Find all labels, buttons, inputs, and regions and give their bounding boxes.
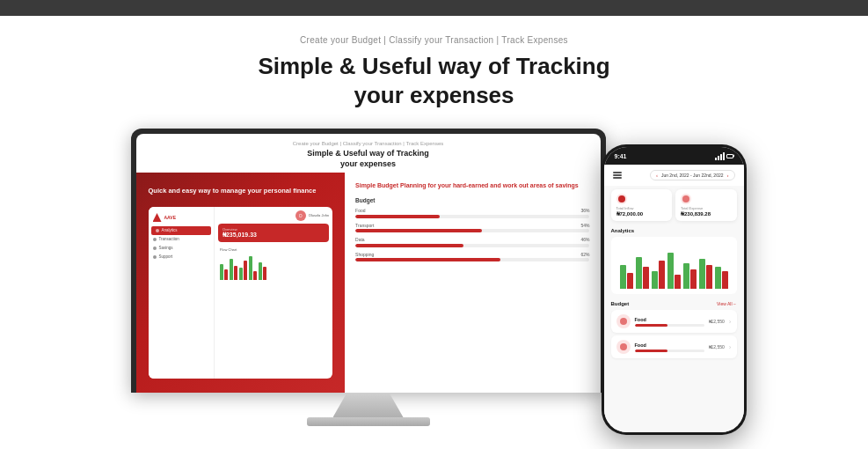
phone-budget-title: Budget xyxy=(611,301,630,306)
app-mockup: AAVE Analytics Transaction xyxy=(149,207,333,379)
sidebar-item-analytics[interactable]: Analytics xyxy=(151,226,211,235)
sidebar-item-transaction[interactable]: Transaction xyxy=(149,235,214,244)
expense-amount: ₦230,839.28 xyxy=(681,210,732,217)
phone-balance-card-expense: Total Expense ₦230,839.28 xyxy=(675,189,737,221)
phone-bar-income-6 xyxy=(699,259,705,289)
monitor-screen: Create your Budget | Classify your Trans… xyxy=(136,134,601,393)
app-sidebar: AAVE Analytics Transaction xyxy=(149,207,215,379)
monitor-inner-title: Simple & Useful way of Trackingyour expe… xyxy=(147,149,590,169)
monitor-inner-breadcrumb: Create your Budget | Classify your Trans… xyxy=(147,141,590,146)
budget-item-food: Food 36% xyxy=(355,208,589,218)
phone-bar-expense-6 xyxy=(706,265,712,289)
app-main: O Olusola John Overview ₦235,019.33 xyxy=(215,207,332,379)
budget-bar-fill-food xyxy=(355,215,440,218)
budget-item-transport: Transport 54% xyxy=(355,223,589,233)
budget-item-row-transport: Transport 54% xyxy=(355,223,589,228)
budget-section: Budget Food 36% xyxy=(355,197,589,261)
phone-date-nav[interactable]: ‹ Jun 2nd, 2022 - Jun 22nd, 2022 › xyxy=(650,170,735,180)
phone-bars xyxy=(616,249,732,289)
page-wrapper: Create your Budget | Classify your Trans… xyxy=(0,0,868,449)
sidebar-item-savings[interactable]: Savings xyxy=(149,244,214,253)
phone-date-text: Jun 2nd, 2022 - Jun 22nd, 2022 xyxy=(661,173,724,178)
phone-budget-item-2[interactable]: Food ₦12,550 › xyxy=(611,335,737,358)
phone-content: ‹ Jun 2nd, 2022 - Jun 22nd, 2022 › xyxy=(604,165,744,432)
budget-chevron-right-1: › xyxy=(729,318,732,326)
balance-amount: ₦235,019.33 xyxy=(222,232,325,239)
chevron-left-icon[interactable]: ‹ xyxy=(656,173,658,178)
menu-line-1 xyxy=(613,172,622,173)
expense-icon xyxy=(681,194,691,204)
budget-bar-fill-shopping xyxy=(355,258,500,261)
phone-screen: 9:41 xyxy=(604,147,744,432)
chart-section: Flow Chart xyxy=(218,246,329,282)
phone-menu-icon[interactable] xyxy=(613,172,622,179)
phone-battery-icon xyxy=(726,154,733,158)
bar-income-2 xyxy=(230,259,233,280)
budget-item-row-shopping: Shopping 62% xyxy=(355,252,589,257)
monitor-screen-border: Create your Budget | Classify your Trans… xyxy=(131,129,606,393)
support-dot xyxy=(153,255,157,259)
bar-group-4 xyxy=(249,256,257,280)
mini-bars xyxy=(220,254,327,280)
budget-item-data: Data 46% xyxy=(355,237,589,247)
phone-bar-expense-7 xyxy=(722,271,728,289)
budget-amount-1: ₦12,550 xyxy=(709,319,725,324)
bar-expense-1 xyxy=(224,269,228,280)
phone: 9:41 xyxy=(602,144,747,435)
user-info: Olusola John xyxy=(309,213,329,217)
phone-budget-item-1[interactable]: Food ₦12,550 › xyxy=(611,310,737,333)
phone-bar-group-3 xyxy=(652,261,665,289)
budget-progress-2 xyxy=(635,350,704,352)
phone-status xyxy=(715,152,733,160)
phone-bar-income-2 xyxy=(636,257,642,289)
phone-outer: 9:41 xyxy=(602,144,747,435)
phone-signal-icon xyxy=(715,152,724,160)
monitor-left-text: Quick and easy way to manage your person… xyxy=(149,187,333,196)
budget-item-row-food: Food 36% xyxy=(355,208,589,213)
inflow-icon xyxy=(616,194,627,204)
sidebar-item-support[interactable]: Support xyxy=(149,253,214,261)
budget-item-shopping: Shopping 62% xyxy=(355,252,589,262)
user-avatar: O xyxy=(295,210,306,221)
budget-bar-data xyxy=(355,244,589,247)
top-bar xyxy=(0,0,868,16)
phone-bar-expense-2 xyxy=(643,267,649,289)
phone-bar-group-1 xyxy=(620,265,633,289)
phone-bar-income-7 xyxy=(715,267,721,289)
svg-point-3 xyxy=(620,343,627,350)
phone-bar-income-1 xyxy=(620,265,626,289)
phone-bar-group-6 xyxy=(699,259,712,289)
bar-expense-2 xyxy=(234,266,237,280)
phone-budget-header: Budget View All→ xyxy=(611,301,737,306)
phone-balance-cards: Total Inflow ₦72,000.00 Total Expense ₦2… xyxy=(604,186,744,224)
breadcrumb: Create your Budget | Classify your Trans… xyxy=(258,35,609,45)
phone-bar-group-5 xyxy=(683,263,697,289)
bar-group-2 xyxy=(230,259,237,280)
phone-header: ‹ Jun 2nd, 2022 - Jun 22nd, 2022 › xyxy=(604,165,744,186)
analytics-dot xyxy=(156,229,159,232)
phone-budget-section: Budget View All→ Food xyxy=(604,298,744,364)
bar-income-5 xyxy=(259,262,262,280)
budget-dot-1 xyxy=(616,314,631,328)
monitor-right-text: Simple Budget Planning for your hard-ear… xyxy=(355,181,589,190)
app-user-row: O Olusola John xyxy=(218,210,329,221)
phone-bar-income-4 xyxy=(667,253,674,289)
budget-chevron-right-2: › xyxy=(729,343,732,351)
budget-title: Budget xyxy=(355,197,589,203)
budget-dot-2 xyxy=(616,340,631,354)
bar-expense-4 xyxy=(253,271,257,280)
svg-point-0 xyxy=(618,195,625,202)
phone-analytics: Analytics xyxy=(604,224,744,298)
phone-view-all[interactable]: View All→ xyxy=(717,301,736,306)
budget-bar-fill-data xyxy=(355,244,463,247)
budget-item-name-1: Food xyxy=(635,317,704,322)
app-logo: AAVE xyxy=(149,210,214,224)
bar-expense-5 xyxy=(263,267,266,280)
bar-group-5 xyxy=(259,262,266,280)
chevron-right-icon[interactable]: › xyxy=(727,173,729,178)
budget-item-name-2: Food xyxy=(635,342,704,348)
budget-bar-shopping xyxy=(355,258,589,261)
phone-balance-card-inflow: Total Inflow ₦72,000.00 xyxy=(611,189,673,221)
svg-point-2 xyxy=(620,318,627,325)
budget-bar-transport xyxy=(355,229,589,232)
